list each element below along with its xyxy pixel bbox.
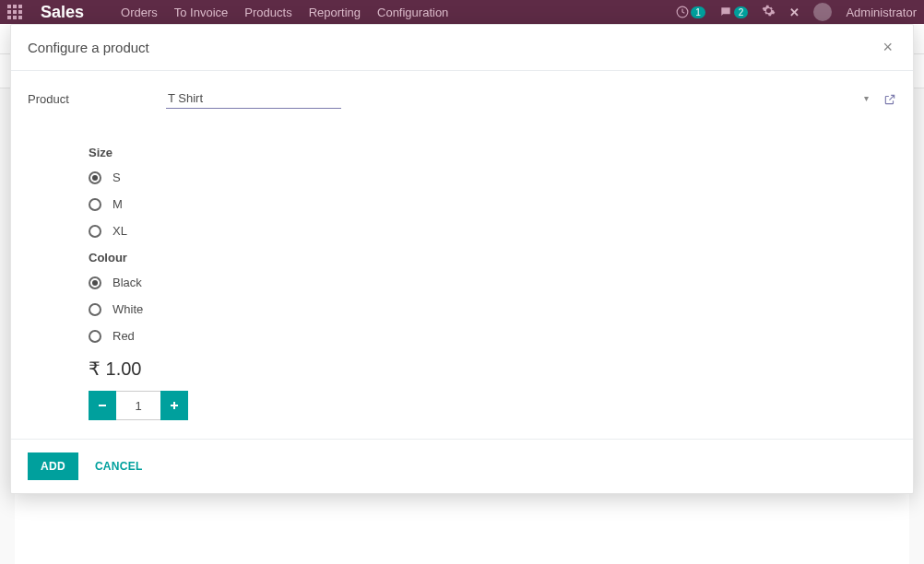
radio-label: Red bbox=[113, 329, 135, 343]
svg-rect-12 bbox=[173, 402, 175, 409]
colour-option-white[interactable]: White bbox=[89, 302, 896, 316]
close-icon[interactable]: × bbox=[879, 38, 896, 57]
radio-icon bbox=[89, 225, 101, 238]
colour-option-red[interactable]: Red bbox=[89, 329, 896, 343]
attr-size-label: Size bbox=[89, 146, 896, 159]
radio-label: M bbox=[113, 197, 123, 211]
svg-rect-10 bbox=[99, 405, 106, 406]
add-button[interactable]: ADD bbox=[28, 452, 78, 480]
radio-icon bbox=[89, 303, 101, 316]
product-label: Product bbox=[28, 92, 166, 106]
product-input-wrap: ▾ bbox=[166, 89, 896, 109]
variant-options: Size S M XL Colour Black White bbox=[28, 146, 896, 420]
modal-body: Product ▾ Size S M bbox=[11, 71, 913, 439]
radio-label: White bbox=[113, 302, 143, 316]
configure-product-modal: Configure a product × Product ▾ Size S bbox=[10, 24, 914, 494]
modal-title: Configure a product bbox=[28, 40, 149, 55]
radio-label: S bbox=[113, 170, 121, 184]
modal-header: Configure a product × bbox=[11, 25, 913, 71]
radio-icon bbox=[89, 198, 101, 211]
product-field-row: Product ▾ bbox=[28, 89, 896, 109]
variant-price: ₹ 1.00 bbox=[89, 358, 896, 380]
cancel-button[interactable]: CANCEL bbox=[89, 452, 148, 480]
radio-icon bbox=[89, 276, 101, 289]
qty-decrement-button[interactable] bbox=[89, 391, 116, 420]
external-link-icon[interactable] bbox=[883, 93, 896, 106]
attr-colour-label: Colour bbox=[89, 251, 896, 264]
colour-option-black[interactable]: Black bbox=[89, 276, 896, 289]
modal-footer: ADD CANCEL bbox=[11, 439, 913, 493]
quantity-stepper bbox=[89, 391, 188, 420]
qty-input[interactable] bbox=[116, 391, 160, 420]
radio-icon bbox=[89, 330, 101, 343]
product-select[interactable] bbox=[166, 89, 341, 109]
radio-label: XL bbox=[113, 224, 127, 238]
size-option-s[interactable]: S bbox=[89, 170, 896, 184]
size-option-m[interactable]: M bbox=[89, 197, 896, 211]
radio-icon bbox=[89, 171, 101, 184]
qty-increment-button[interactable] bbox=[160, 391, 188, 420]
product-select-wrap: ▾ bbox=[166, 89, 872, 109]
chevron-down-icon: ▾ bbox=[864, 93, 869, 103]
radio-label: Black bbox=[113, 276, 142, 289]
size-option-xl[interactable]: XL bbox=[89, 224, 896, 238]
